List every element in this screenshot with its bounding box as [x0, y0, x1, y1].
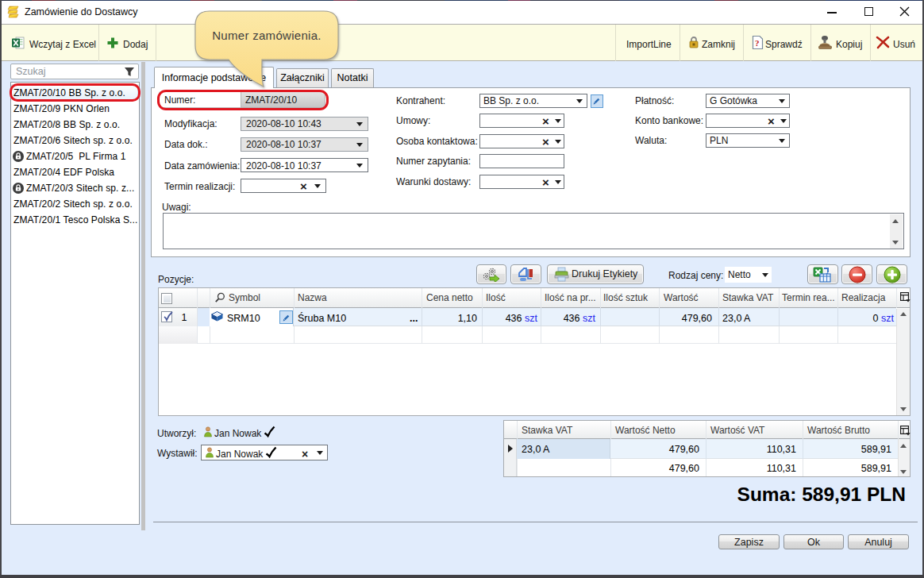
- svg-text:Numer zamówienia.: Numer zamówienia.: [212, 29, 321, 42]
- svg-text:?: ?: [755, 38, 760, 48]
